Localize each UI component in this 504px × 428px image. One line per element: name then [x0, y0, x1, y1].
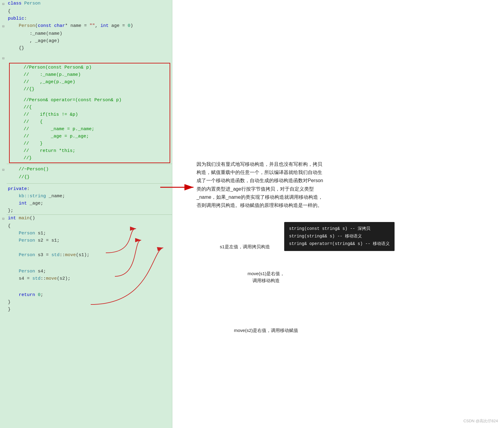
- fold-icon: [0, 207, 7, 208]
- code-line: // ,_age(p._age): [11, 79, 168, 86]
- code-text: private:: [7, 185, 172, 193]
- fold-icon: [0, 252, 7, 252]
- code-text: }: [7, 306, 172, 313]
- comment-text: // return *this;: [11, 147, 168, 155]
- code-line: // _name = p._name;: [11, 126, 168, 133]
- blank-line: [0, 52, 172, 54]
- code-line: ⊟ Person(const char* name = "", int age …: [0, 22, 172, 30]
- code-text: s4 = std::move(s2);: [7, 275, 172, 282]
- fold-icon[interactable]: ⊟: [0, 22, 7, 30]
- code-text: public:: [7, 15, 172, 22]
- code-line: int _age;: [0, 200, 172, 207]
- fold-icon: [0, 45, 7, 45]
- code-line: :_name(name): [0, 30, 172, 37]
- code-text: kb::string _name;: [7, 193, 172, 200]
- comment-text: //{: [11, 104, 168, 111]
- fold-icon: [0, 275, 7, 276]
- fold-commented: ⊟: [0, 54, 172, 62]
- comment-text: //Person(const Person& p): [11, 64, 168, 71]
- fold-icon: [0, 268, 7, 269]
- code-text: :_name(name): [7, 30, 172, 37]
- code-line: Person s2 = s1;: [0, 237, 172, 244]
- comment-text: // }: [11, 140, 168, 147]
- code-line: ⊟ //~Person(): [0, 166, 172, 174]
- fold-icon: [0, 37, 7, 38]
- code-line: };: [0, 207, 172, 214]
- code-text: }: [7, 299, 172, 306]
- fold-icon: [0, 30, 7, 31]
- code-text: int _age;: [7, 200, 172, 207]
- code-line: // {: [11, 118, 168, 126]
- fold-icon: [0, 237, 7, 238]
- code-text: int main(): [7, 215, 172, 222]
- s3-arrow-label: move(s1)是右值， 调用移动构造: [236, 270, 296, 284]
- code-text: Person s1;: [7, 230, 172, 237]
- code-line: ⊟ int main(): [0, 215, 172, 223]
- comment-text: // _age = p._age;: [11, 133, 168, 140]
- fold-icon: [0, 291, 7, 292]
- fold-icon: [0, 230, 7, 230]
- watermark: CSDN @高比仔824: [463, 418, 498, 424]
- fold-icon: [0, 193, 7, 193]
- chinese-annotation: 因为我们没有显式地写移动构造，并且也没有写析构，拷贝构造，赋值重载中的任意一个，…: [197, 160, 327, 209]
- fold-icon: [0, 200, 7, 201]
- code-line: Person s3 = std::move(s1);: [0, 252, 172, 259]
- page-container: ⊟ class Person { public: ⊟ Person(const …: [0, 0, 504, 428]
- code-line: return 0;: [0, 291, 172, 299]
- code-text: class Person: [7, 0, 172, 7]
- code-line: private:: [0, 185, 172, 193]
- fold-icon: [0, 185, 7, 186]
- code-line: {: [0, 223, 172, 230]
- code-text: Person s3 = std::move(s1);: [7, 252, 172, 259]
- code-area: ⊟ class Person { public: ⊟ Person(const …: [0, 0, 172, 428]
- code-line: public:: [0, 15, 172, 22]
- fold-icon: [0, 174, 7, 174]
- code-text: {}: [7, 45, 172, 52]
- code-line: ⊟ class Person: [0, 0, 172, 8]
- comment-text: // {: [11, 118, 168, 126]
- fold-icon: [0, 306, 7, 307]
- fold-icon[interactable]: ⊟: [0, 215, 7, 223]
- code-line: //{}: [0, 174, 172, 181]
- code-line: //}: [11, 155, 168, 162]
- comment-text: // :_name(p._name): [11, 71, 168, 79]
- code-line: // return *this;: [11, 147, 168, 155]
- code-text: Person(const char* name = "", int age = …: [7, 22, 172, 30]
- comment-text: // ,_age(p._age): [11, 79, 168, 86]
- code-line: {: [0, 8, 172, 15]
- code-line: // if(this != &p): [11, 111, 168, 118]
- s3-label-1: move(s1)是右值，: [248, 271, 285, 276]
- tooltip-line-3: string& operator=(string&& s) -- 移动语义: [289, 240, 390, 248]
- fold-icon[interactable]: ⊟: [0, 54, 7, 62]
- fold-icon[interactable]: ⊟: [0, 0, 7, 8]
- s3-label-2: 调用移动构造: [252, 278, 280, 283]
- code-line: Person s4;: [0, 268, 172, 275]
- tooltip-box: string(const string& s) -- 深拷贝 string(st…: [284, 222, 395, 251]
- code-line: //Person& operator=(const Person& p): [11, 97, 168, 104]
- code-line: s4 = std::move(s2);: [0, 275, 172, 282]
- comment-text: //~Person(): [7, 166, 172, 173]
- code-text: };: [7, 207, 172, 214]
- comment-text: //{}: [7, 174, 172, 181]
- fold-icon: [0, 223, 7, 223]
- code-text: {: [7, 8, 172, 15]
- code-line: }: [0, 306, 172, 313]
- code-line: //{}: [11, 86, 168, 93]
- code-line: //{: [11, 104, 168, 111]
- code-text: return 0;: [7, 291, 172, 299]
- code-line: , _age(age): [0, 37, 172, 45]
- tooltip-line-1: string(const string& s) -- 深拷贝: [289, 225, 390, 233]
- fold-icon[interactable]: ⊟: [0, 166, 7, 174]
- code-line: // _age = p._age;: [11, 133, 168, 140]
- code-text: Person s4;: [7, 268, 172, 275]
- s4-arrow-label: move(s2)是右值，调用移动赋值: [218, 328, 314, 333]
- code-text: {: [7, 223, 172, 230]
- code-line: {}: [0, 45, 172, 52]
- blank-line: [11, 93, 168, 97]
- code-line: // :_name(p._name): [11, 71, 168, 79]
- code-line: //Person(const Person& p): [11, 64, 168, 71]
- code-text: , _age(age): [7, 37, 172, 45]
- code-line: }: [0, 299, 172, 306]
- comment-text: //}: [11, 155, 168, 162]
- s1-arrow-label: s1是左值，调用拷贝构造: [212, 244, 278, 250]
